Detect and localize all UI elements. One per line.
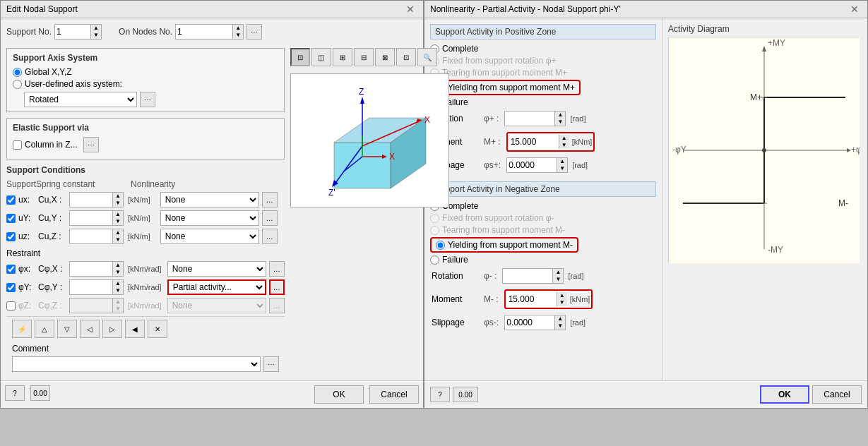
uz-check[interactable]	[6, 232, 16, 241]
comment-btn[interactable]: ⋯	[263, 356, 279, 372]
toolbar-btn-5[interactable]: ▷	[102, 320, 122, 338]
svg-text:-φY: -φY	[672, 145, 686, 155]
footer-right-buttons: OK Cancel	[760, 385, 862, 404]
right-footer-info[interactable]: 0.00	[453, 387, 478, 402]
pos-slippage-down[interactable]: ▼	[557, 165, 567, 172]
support-no-down[interactable]: ▼	[91, 32, 101, 39]
neg-rotation-input[interactable]	[503, 269, 552, 283]
uy-value[interactable]	[70, 211, 112, 225]
support-no-up[interactable]: ▲	[91, 25, 101, 32]
phiz-check[interactable]	[6, 301, 16, 311]
neg-slippage-down[interactable]: ▼	[555, 323, 565, 330]
left-ok-btn[interactable]: OK	[314, 385, 364, 404]
pos-slippage-unit: [rad]	[572, 161, 588, 169]
phix-value[interactable]	[70, 262, 112, 276]
on-nodes-input[interactable]	[176, 25, 232, 39]
pos-rotation-input[interactable]	[505, 112, 554, 126]
pos-slippage-up[interactable]: ▲	[557, 158, 567, 165]
uz-down[interactable]: ▼	[113, 236, 123, 243]
right-footer-help[interactable]: ?	[430, 387, 450, 402]
positive-zone-section: Support Activity in Positive Zone Comple…	[430, 24, 656, 174]
ux-check[interactable]	[6, 195, 16, 205]
neg-slippage-up[interactable]: ▲	[555, 315, 565, 323]
phiy-value[interactable]	[70, 280, 112, 294]
phix-nonlin-btn[interactable]: …	[269, 261, 285, 277]
ux-value[interactable]	[70, 193, 112, 207]
uz-nonlin-btn[interactable]: …	[262, 229, 278, 244]
view-btn-3[interactable]: ⊞	[333, 48, 352, 66]
phix-nonlin-select[interactable]: None	[167, 261, 266, 277]
view-btn-7[interactable]: 🔍	[417, 48, 437, 66]
uz-nonlin-select[interactable]: None	[160, 229, 259, 244]
toolbar-btn-2[interactable]: △	[35, 320, 54, 338]
on-nodes-down[interactable]: ▼	[233, 32, 243, 39]
phiy-nonlin-select[interactable]: Partial activity...	[167, 279, 266, 295]
on-nodes-spinners: ▲ ▼	[232, 25, 243, 39]
pos-rotation-down[interactable]: ▼	[555, 119, 565, 126]
left-close-button[interactable]: ✕	[403, 4, 417, 15]
user-axis-radio[interactable]	[13, 80, 22, 89]
pos-slippage-input[interactable]	[507, 158, 557, 172]
ux-nonlin-btn[interactable]: …	[262, 192, 278, 207]
phiy-down[interactable]: ▼	[113, 287, 123, 294]
view-btn-6[interactable]: ⊡	[396, 48, 416, 66]
left-footer-help[interactable]: ?	[5, 385, 25, 401]
pos-tearing-label: Tearing from support moment M+	[442, 68, 567, 78]
phiy-nonlin-btn[interactable]: …	[269, 279, 285, 295]
phix-up[interactable]: ▲	[113, 262, 123, 269]
global-axis-radio[interactable]	[13, 68, 22, 77]
left-cancel-btn[interactable]: Cancel	[369, 385, 419, 404]
ux-up[interactable]: ▲	[113, 193, 123, 200]
toolbar-btn-4[interactable]: ◁	[80, 320, 100, 338]
uy-nonlin-btn[interactable]: …	[262, 210, 278, 226]
right-cancel-btn[interactable]: Cancel	[812, 385, 862, 404]
pos-rotation-up[interactable]: ▲	[555, 112, 565, 119]
neg-rotation-down[interactable]: ▼	[553, 276, 563, 283]
ux-down[interactable]: ▼	[113, 200, 123, 207]
neg-rotation-up[interactable]: ▲	[553, 269, 563, 276]
toolbar-btn-6[interactable]: ◀	[125, 320, 145, 338]
right-close-button[interactable]: ✕	[848, 4, 862, 15]
view-btn-5[interactable]: ⊠	[375, 48, 395, 66]
view-btn-4[interactable]: ⊟	[354, 48, 374, 66]
phix-check[interactable]	[6, 265, 16, 274]
uz-up[interactable]: ▲	[113, 229, 123, 236]
neg-moment-input[interactable]	[507, 292, 557, 306]
right-ok-btn[interactable]: OK	[760, 385, 809, 404]
neg-rotation-unit: [rad]	[568, 272, 583, 280]
view-btn-2[interactable]: ◫	[311, 48, 331, 66]
uz-value[interactable]	[70, 229, 112, 243]
support-no-input[interactable]	[55, 25, 90, 39]
phiy-row: φY: Cφ,Y : ▲▼ [kNm/rad] Partial activity…	[6, 279, 285, 295]
pos-moment-up[interactable]: ▲	[559, 135, 569, 142]
on-nodes-up[interactable]: ▲	[233, 25, 243, 32]
neg-moment-unit: [kNm]	[570, 295, 590, 303]
neg-moment-down[interactable]: ▼	[557, 299, 567, 306]
neg-moment-input-wrap: ▲▼	[507, 291, 567, 307]
uy-up[interactable]: ▲	[113, 211, 123, 218]
on-nodes-select-btn[interactable]: ⋯	[246, 24, 262, 40]
axis-system-btn[interactable]: ⋯	[140, 92, 155, 107]
phix-down[interactable]: ▼	[113, 269, 123, 276]
column-z-check[interactable]	[13, 140, 22, 150]
ux-nonlin-select[interactable]: None	[160, 192, 259, 207]
comment-select[interactable]	[12, 356, 261, 372]
toolbar-btn-1[interactable]: ⚡	[12, 320, 32, 338]
column-z-btn[interactable]: ⋯	[83, 137, 99, 152]
toolbar-btn-7[interactable]: ✕	[148, 320, 167, 338]
toolbar-btn-3[interactable]: ▽	[57, 320, 77, 338]
axis-system-select[interactable]: Rotated	[24, 92, 137, 107]
pos-moment-input[interactable]	[509, 135, 559, 149]
uy-nonlin-select[interactable]: None	[160, 210, 259, 226]
neg-slippage-input[interactable]	[505, 315, 554, 330]
pos-moment-down[interactable]: ▼	[559, 142, 569, 149]
left-footer-info[interactable]: 0.00	[30, 385, 50, 401]
phiy-up[interactable]: ▲	[113, 280, 123, 287]
neg-slippage-sublabel: φs-:	[484, 318, 499, 327]
col-support-header: Support	[6, 179, 28, 189]
neg-moment-up[interactable]: ▲	[557, 292, 567, 299]
phiy-check[interactable]	[6, 283, 16, 292]
uy-check[interactable]	[6, 214, 16, 223]
uy-down[interactable]: ▼	[113, 218, 123, 225]
view-btn-1[interactable]: ⊡	[290, 48, 310, 66]
